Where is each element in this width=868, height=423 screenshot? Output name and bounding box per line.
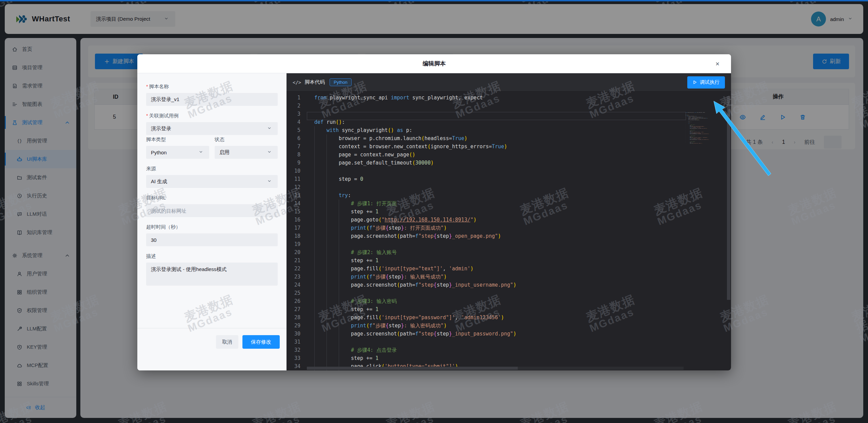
- code-header: </> 脚本代码 Python 调试执行: [287, 73, 731, 92]
- code-line: 31: [287, 338, 731, 346]
- code-line: 11step = 0: [287, 175, 731, 183]
- code-line: 33step += 1: [287, 354, 731, 362]
- line-number: 13: [287, 191, 307, 199]
- code-line: 29print(f"步骤{step}: 输入密码成功"): [287, 322, 731, 330]
- code-line: 4def run():: [287, 118, 731, 126]
- line-number: 33: [287, 354, 307, 362]
- code-line: 25: [287, 289, 731, 297]
- test-case-value: 演示登录: [151, 126, 171, 132]
- code-line: 20# 步骤2: 输入账号: [287, 248, 731, 256]
- line-number: 34: [287, 362, 307, 370]
- code-line: 34page.click('button[type="submit"]'): [686, 143, 725, 144]
- code-line: 18page.screenshot(path=f"step{step}_open…: [287, 232, 731, 240]
- chevron-down-icon: [267, 179, 273, 185]
- chevron-down-icon: [199, 150, 204, 155]
- line-number: 23: [287, 273, 307, 281]
- line-number: 3: [287, 110, 307, 118]
- chevron-down-icon: [267, 150, 273, 155]
- line-number: 30: [287, 330, 307, 338]
- close-icon[interactable]: ×: [713, 59, 722, 69]
- line-number: 29: [287, 322, 307, 330]
- line-number: 8: [287, 151, 307, 159]
- code-line: 5with sync_playwright() as p:: [287, 126, 731, 134]
- line-number: 18: [287, 232, 307, 240]
- code-line: 27step += 1: [287, 305, 731, 313]
- code-line: 22page.fill('input[type="text"]', 'admin…: [287, 265, 731, 273]
- line-number: 19: [287, 240, 307, 248]
- edit-script-modal: 编辑脚本 × *脚本名称 *关联测试用例 演示登录 脚本类型 Python: [137, 54, 731, 370]
- line-number: 26: [287, 297, 307, 305]
- line-number: 27: [287, 305, 307, 313]
- code-line: 7context = browser.new_context(ignore_ht…: [287, 142, 731, 151]
- source-select-modal[interactable]: AI 生成: [146, 175, 278, 188]
- code-line: 2: [287, 102, 731, 110]
- line-number: 24: [287, 281, 307, 289]
- test-case-label: 关联测试用例: [149, 113, 179, 118]
- line-number: 28: [287, 313, 307, 322]
- debug-run-button[interactable]: 调试执行: [687, 76, 725, 89]
- source-value: AI 生成: [151, 178, 167, 185]
- script-type-value: Python: [151, 150, 167, 155]
- script-form: *脚本名称 *关联测试用例 演示登录 脚本类型 Python: [137, 73, 287, 370]
- line-number: 14: [287, 199, 307, 208]
- code-line: 23print(f"步骤{step}: 输入账号成功"): [287, 273, 731, 281]
- code-line: 21step += 1: [287, 256, 731, 265]
- line-number: 5: [287, 126, 307, 134]
- line-number: 20: [287, 248, 307, 256]
- line-number: 9: [287, 159, 307, 167]
- chevron-down-icon: [267, 126, 273, 132]
- code-line: 10: [287, 167, 731, 175]
- horizontal-scrollbar[interactable]: [307, 367, 684, 370]
- target-url-input[interactable]: [146, 204, 278, 217]
- line-number: 11: [287, 175, 307, 183]
- status-select[interactable]: 启用: [215, 146, 278, 159]
- line-number: 6: [287, 134, 307, 142]
- modal-header: 编辑脚本 ×: [137, 54, 731, 73]
- code-line: 26# 步骤3: 输入密码: [287, 297, 731, 305]
- line-number: 16: [287, 216, 307, 224]
- status-label: 状态: [215, 136, 278, 143]
- line-number: 12: [287, 183, 307, 191]
- code-editor[interactable]: 1from playwright.sync_api import sync_pl…: [287, 92, 731, 370]
- line-number: 25: [287, 289, 307, 297]
- script-type-label: 脚本类型: [146, 136, 209, 143]
- code-line: 1from playwright.sync_api import sync_pl…: [287, 94, 731, 102]
- debug-run-label: 调试执行: [700, 79, 719, 85]
- play-icon: [693, 80, 697, 84]
- code-line: 30page.screenshot(path=f"step{step}_inpu…: [287, 330, 731, 338]
- test-case-select[interactable]: 演示登录: [146, 122, 278, 135]
- code-line: 16page.goto("http://192.168.150.114:8913…: [287, 216, 731, 224]
- vertical-scrollbar[interactable]: [727, 96, 730, 300]
- line-number: 32: [287, 346, 307, 354]
- timeout-label: 超时时间（秒）: [146, 224, 278, 230]
- minimap[interactable]: 1from playwright.sync_api import sync_pl…: [686, 112, 726, 159]
- timeout-input[interactable]: [146, 233, 278, 246]
- line-number: 21: [287, 256, 307, 265]
- script-name-input[interactable]: [146, 93, 278, 106]
- page: WHartTest 演示项目 (Demo Project A admin 首页 …: [0, 0, 868, 423]
- form-footer: 取消 保存修改: [137, 328, 287, 370]
- description-textarea[interactable]: [146, 263, 278, 286]
- modal-title: 编辑脚本: [423, 60, 446, 68]
- line-number: 4: [287, 118, 307, 126]
- line-number: 1: [287, 94, 307, 102]
- line-number: 17: [287, 224, 307, 232]
- code-line: 15step += 1: [287, 208, 731, 216]
- code-line: 19: [287, 240, 731, 248]
- save-button[interactable]: 保存修改: [242, 335, 280, 349]
- code-line: 9page.set_default_timeout(30000): [287, 159, 731, 167]
- top-accent-line: [0, 0, 868, 1]
- code-title: 脚本代码: [304, 79, 325, 85]
- script-type-select[interactable]: Python: [146, 146, 209, 159]
- code-line: 13try:: [287, 191, 731, 199]
- line-number: 10: [287, 167, 307, 175]
- cancel-button[interactable]: 取消: [216, 335, 238, 349]
- code-line: 12: [287, 183, 731, 191]
- description-label: 描述: [146, 253, 278, 259]
- language-badge: Python: [330, 78, 351, 86]
- line-number: 31: [287, 338, 307, 346]
- code-line: 28page.fill('input[type="password"]', 'a…: [287, 313, 731, 322]
- source-label: 来源: [146, 166, 278, 172]
- line-number: 7: [287, 142, 307, 151]
- code-line: 14# 步骤1: 打开页面: [287, 199, 731, 208]
